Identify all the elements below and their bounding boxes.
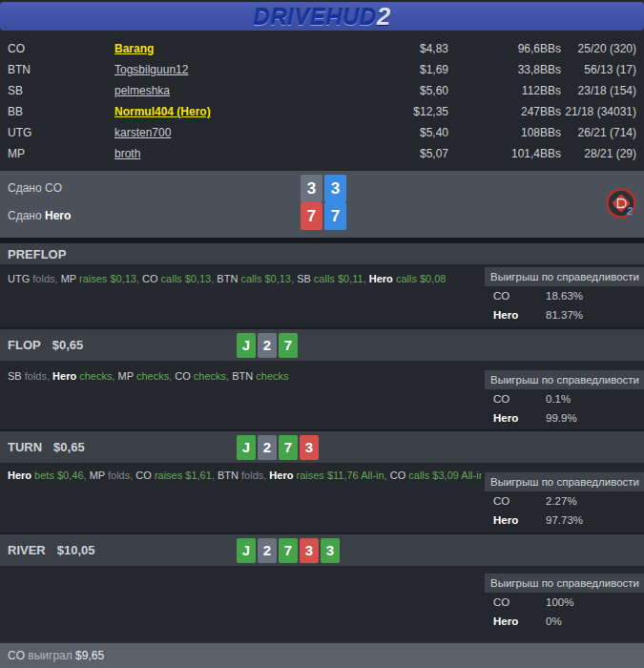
- text-segment: Сдано: [8, 209, 45, 222]
- player-stack: $5,60: [420, 80, 448, 101]
- text-segment: checks: [253, 370, 288, 382]
- text-segment: calls $0,13: [158, 273, 212, 284]
- logo-text: DRIVEHUD: [253, 4, 376, 30]
- player-stack: $12,35: [413, 101, 448, 122]
- player-position: SB: [8, 80, 23, 101]
- street-label: PREFLOP: [8, 247, 66, 261]
- table-row: SB pelmeshka $5,60 112BBs 23/18 (154): [0, 80, 644, 101]
- player-stack: $5,07: [420, 143, 448, 164]
- text-segment: raises $1,61: [152, 470, 212, 481]
- street-header-flop: FLOP $0,65 J27: [0, 327, 644, 361]
- drivehud-logo: DRIVEHUD2: [253, 4, 390, 29]
- equity-value: 2.27%: [546, 491, 577, 511]
- player-bbs: 247BBs: [521, 101, 561, 122]
- equity-player: Hero: [493, 511, 518, 530]
- street-pot: $10,05: [57, 543, 95, 557]
- equity-row: Hero 0%: [485, 612, 644, 631]
- dealt-section: Сдано CO 33 Сдано Hero 77 2: [0, 171, 644, 238]
- card-3-heart: 3: [300, 538, 319, 563]
- text-segment: Hero: [45, 209, 71, 222]
- text-segment: $9,65: [75, 649, 104, 662]
- equity-player: CO: [493, 286, 509, 305]
- card-7-heart: 7: [301, 202, 322, 230]
- equity-player: Hero: [493, 612, 518, 631]
- player-name-link[interactable]: pelmeshka: [114, 80, 170, 101]
- card-3-club: 3: [321, 538, 340, 563]
- table-row: MP broth $5,07 101,4BBs 28/21 (29): [0, 143, 644, 164]
- text-segment: Сдано: [8, 181, 45, 195]
- player-stack: $4,83: [420, 38, 448, 59]
- player-name-link[interactable]: Normul404 (Hero): [114, 101, 211, 122]
- text-segment: SB: [8, 370, 22, 382]
- card-2-spade: 2: [258, 333, 277, 358]
- player-name-link[interactable]: Barang: [114, 38, 154, 59]
- card-J-club: J: [237, 435, 256, 460]
- equity-player: Hero: [493, 305, 518, 324]
- equity-value: 100%: [546, 593, 573, 612]
- text-segment: Hero: [8, 470, 31, 481]
- street-label: RIVER: [8, 543, 46, 557]
- svg-text:2: 2: [626, 205, 633, 217]
- text-segment: выиграл: [28, 649, 75, 662]
- street-header-turn: TURN $0,65 J273: [0, 429, 644, 463]
- text-segment: BTN: [217, 273, 238, 284]
- player-stats: 23/18 (154): [578, 80, 636, 101]
- equity-row: CO 100%: [485, 593, 644, 612]
- text-segment: checks: [191, 370, 226, 382]
- text-segment: BTN: [218, 470, 239, 481]
- street-label: TURN: [8, 440, 42, 454]
- equity-value: 18.63%: [546, 286, 583, 305]
- table-row: CO Barang $4,83 96,6BBs 25/20 (320): [0, 38, 644, 59]
- text-segment: MP: [90, 470, 105, 481]
- dealt-label: Сдано Hero: [8, 202, 71, 230]
- player-stats: 56/13 (17): [584, 59, 636, 80]
- player-bbs: 96,6BBs: [518, 38, 561, 59]
- street-pot: $0,65: [53, 440, 85, 454]
- card-3-diamond: 3: [324, 175, 346, 202]
- street-header-preflop: PREFLOP: [0, 241, 644, 264]
- card-J-club: J: [237, 538, 256, 563]
- equity-value: 0.1%: [546, 389, 571, 408]
- equity-value: 0%: [546, 612, 562, 631]
- player-name-link[interactable]: karsten700: [114, 122, 171, 143]
- player-bbs: 108BBs: [521, 122, 561, 143]
- player-bbs: 101,4BBs: [511, 143, 561, 164]
- card-J-club: J: [237, 333, 256, 358]
- text-segment: bets $0,46: [31, 470, 83, 481]
- player-bbs: 33,8BBs: [518, 59, 561, 80]
- text-segment: CO: [45, 181, 62, 195]
- text-segment: folds,: [239, 470, 269, 481]
- player-position: CO: [8, 38, 25, 59]
- player-name-link[interactable]: Togsbilguun12: [114, 59, 188, 80]
- text-segment: CO: [175, 370, 191, 382]
- equity-panel-title: Выигрыш по справедливости: [485, 370, 644, 389]
- player-position: BB: [8, 101, 23, 122]
- text-segment: CO: [8, 649, 28, 662]
- player-position: BTN: [8, 59, 31, 80]
- dealt-label: Сдано CO: [8, 175, 62, 202]
- text-segment: BTN: [232, 370, 253, 382]
- card-3-spade: 3: [301, 175, 322, 202]
- text-segment: raises $11,76 All-in: [293, 470, 384, 481]
- drivehud-replayer-icon[interactable]: 2: [605, 187, 637, 219]
- card-7-club: 7: [279, 538, 298, 563]
- equity-player: Hero: [493, 408, 518, 428]
- player-bbs: 112BBs: [522, 80, 561, 101]
- street-header-river: RIVER $10,05 J2733: [0, 532, 644, 566]
- text-segment: folds,: [30, 273, 60, 284]
- player-name-link[interactable]: broth: [114, 143, 140, 164]
- table-row: UTG karsten700 $5,40 108BBs 26/21 (714): [0, 122, 644, 143]
- text-segment: calls $3,09 All-in: [405, 470, 482, 481]
- text-segment: SB: [297, 273, 311, 284]
- equity-panel-turn: Выигрыш по справедливости CO 2.27% Hero …: [485, 472, 644, 530]
- board-cards: J2733: [237, 538, 340, 563]
- logo-version: 2: [377, 2, 391, 31]
- card-7-club: 7: [279, 333, 298, 358]
- street-label: FLOP: [8, 338, 41, 352]
- equity-value: 97.73%: [546, 511, 583, 530]
- equity-panel-river: Выигрыш по справедливости CO 100% Hero 0…: [485, 574, 644, 631]
- equity-panel-preflop: Выигрыш по справедливости CO 18.63% Hero…: [485, 267, 644, 324]
- player-position: MP: [8, 143, 25, 164]
- card-7-diamond: 7: [324, 202, 346, 230]
- app-header: DRIVEHUD2: [0, 2, 644, 31]
